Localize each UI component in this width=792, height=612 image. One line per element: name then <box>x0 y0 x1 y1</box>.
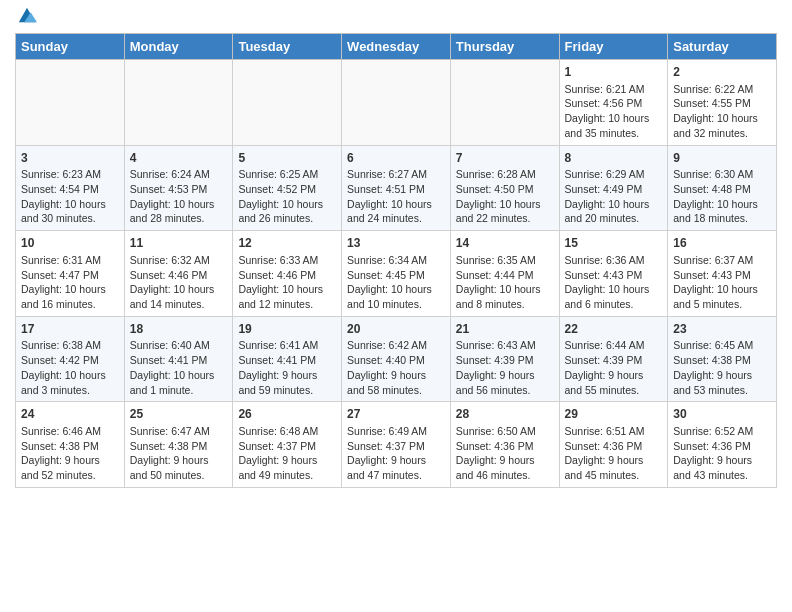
day-info-line: Sunrise: 6:36 AM <box>565 253 663 268</box>
day-number: 17 <box>21 321 119 338</box>
day-number: 19 <box>238 321 336 338</box>
day-number: 23 <box>673 321 771 338</box>
calendar-cell: 13Sunrise: 6:34 AMSunset: 4:45 PMDayligh… <box>342 231 451 317</box>
day-info-line: Sunrise: 6:31 AM <box>21 253 119 268</box>
day-info-line: Sunset: 4:39 PM <box>456 353 554 368</box>
calendar-cell: 26Sunrise: 6:48 AMSunset: 4:37 PMDayligh… <box>233 402 342 488</box>
day-number: 18 <box>130 321 228 338</box>
day-info-line: Daylight: 9 hours and 49 minutes. <box>238 453 336 482</box>
day-info-line: Daylight: 10 hours and 30 minutes. <box>21 197 119 226</box>
calendar-cell: 29Sunrise: 6:51 AMSunset: 4:36 PMDayligh… <box>559 402 668 488</box>
day-info-line: Sunrise: 6:27 AM <box>347 167 445 182</box>
day-info-line: Sunrise: 6:42 AM <box>347 338 445 353</box>
day-info-line: Sunrise: 6:38 AM <box>21 338 119 353</box>
day-info-line: Sunrise: 6:23 AM <box>21 167 119 182</box>
day-number: 27 <box>347 406 445 423</box>
calendar-cell: 6Sunrise: 6:27 AMSunset: 4:51 PMDaylight… <box>342 145 451 231</box>
day-number: 8 <box>565 150 663 167</box>
day-number: 11 <box>130 235 228 252</box>
day-info-line: Sunset: 4:55 PM <box>673 96 771 111</box>
day-info-line: Daylight: 10 hours and 28 minutes. <box>130 197 228 226</box>
day-info-line: Sunrise: 6:52 AM <box>673 424 771 439</box>
day-info-line: Daylight: 10 hours and 14 minutes. <box>130 282 228 311</box>
calendar-cell: 1Sunrise: 6:21 AMSunset: 4:56 PMDaylight… <box>559 60 668 146</box>
day-info-line: Daylight: 10 hours and 16 minutes. <box>21 282 119 311</box>
calendar-cell <box>342 60 451 146</box>
calendar-cell: 8Sunrise: 6:29 AMSunset: 4:49 PMDaylight… <box>559 145 668 231</box>
day-info-line: Sunrise: 6:37 AM <box>673 253 771 268</box>
calendar-cell: 30Sunrise: 6:52 AMSunset: 4:36 PMDayligh… <box>668 402 777 488</box>
day-number: 26 <box>238 406 336 423</box>
calendar-dow-saturday: Saturday <box>668 34 777 60</box>
day-info-line: Sunrise: 6:50 AM <box>456 424 554 439</box>
day-info-line: Sunrise: 6:21 AM <box>565 82 663 97</box>
calendar-cell: 22Sunrise: 6:44 AMSunset: 4:39 PMDayligh… <box>559 316 668 402</box>
calendar-week-1: 1Sunrise: 6:21 AMSunset: 4:56 PMDaylight… <box>16 60 777 146</box>
logo-icon <box>17 5 37 25</box>
day-number: 12 <box>238 235 336 252</box>
day-info-line: Sunset: 4:48 PM <box>673 182 771 197</box>
day-info-line: Sunrise: 6:30 AM <box>673 167 771 182</box>
day-info-line: Daylight: 9 hours and 53 minutes. <box>673 368 771 397</box>
day-info-line: Sunrise: 6:46 AM <box>21 424 119 439</box>
day-info-line: Sunset: 4:43 PM <box>673 268 771 283</box>
day-number: 9 <box>673 150 771 167</box>
day-number: 21 <box>456 321 554 338</box>
calendar-cell: 15Sunrise: 6:36 AMSunset: 4:43 PMDayligh… <box>559 231 668 317</box>
calendar-table: SundayMondayTuesdayWednesdayThursdayFrid… <box>15 33 777 488</box>
calendar-week-5: 24Sunrise: 6:46 AMSunset: 4:38 PMDayligh… <box>16 402 777 488</box>
day-number: 13 <box>347 235 445 252</box>
day-info-line: Sunrise: 6:32 AM <box>130 253 228 268</box>
calendar-cell: 28Sunrise: 6:50 AMSunset: 4:36 PMDayligh… <box>450 402 559 488</box>
day-number: 15 <box>565 235 663 252</box>
day-info-line: Daylight: 10 hours and 35 minutes. <box>565 111 663 140</box>
day-info-line: Daylight: 10 hours and 32 minutes. <box>673 111 771 140</box>
calendar-cell: 23Sunrise: 6:45 AMSunset: 4:38 PMDayligh… <box>668 316 777 402</box>
day-number: 29 <box>565 406 663 423</box>
calendar-cell: 19Sunrise: 6:41 AMSunset: 4:41 PMDayligh… <box>233 316 342 402</box>
day-info-line: Sunset: 4:44 PM <box>456 268 554 283</box>
day-info-line: Sunrise: 6:45 AM <box>673 338 771 353</box>
calendar-cell: 2Sunrise: 6:22 AMSunset: 4:55 PMDaylight… <box>668 60 777 146</box>
day-info-line: Daylight: 9 hours and 55 minutes. <box>565 368 663 397</box>
day-number: 3 <box>21 150 119 167</box>
day-info-line: Sunrise: 6:35 AM <box>456 253 554 268</box>
day-info-line: Sunset: 4:47 PM <box>21 268 119 283</box>
day-info-line: Daylight: 9 hours and 59 minutes. <box>238 368 336 397</box>
calendar-cell <box>124 60 233 146</box>
page-header <box>15 10 777 25</box>
calendar-week-2: 3Sunrise: 6:23 AMSunset: 4:54 PMDaylight… <box>16 145 777 231</box>
day-info-line: Sunrise: 6:34 AM <box>347 253 445 268</box>
calendar-cell: 7Sunrise: 6:28 AMSunset: 4:50 PMDaylight… <box>450 145 559 231</box>
day-info-line: Daylight: 9 hours and 50 minutes. <box>130 453 228 482</box>
calendar-cell <box>16 60 125 146</box>
calendar-dow-wednesday: Wednesday <box>342 34 451 60</box>
day-info-line: Daylight: 10 hours and 8 minutes. <box>456 282 554 311</box>
day-number: 24 <box>21 406 119 423</box>
day-info-line: Sunset: 4:42 PM <box>21 353 119 368</box>
calendar-cell: 20Sunrise: 6:42 AMSunset: 4:40 PMDayligh… <box>342 316 451 402</box>
day-info-line: Sunset: 4:46 PM <box>130 268 228 283</box>
day-info-line: Daylight: 10 hours and 18 minutes. <box>673 197 771 226</box>
day-info-line: Sunrise: 6:48 AM <box>238 424 336 439</box>
day-info-line: Sunrise: 6:24 AM <box>130 167 228 182</box>
day-number: 20 <box>347 321 445 338</box>
day-info-line: Sunset: 4:37 PM <box>347 439 445 454</box>
calendar-cell <box>233 60 342 146</box>
day-info-line: Daylight: 10 hours and 10 minutes. <box>347 282 445 311</box>
day-info-line: Sunset: 4:40 PM <box>347 353 445 368</box>
day-info-line: Sunset: 4:46 PM <box>238 268 336 283</box>
day-info-line: Sunset: 4:53 PM <box>130 182 228 197</box>
day-info-line: Daylight: 9 hours and 47 minutes. <box>347 453 445 482</box>
day-info-line: Sunset: 4:36 PM <box>565 439 663 454</box>
day-info-line: Sunset: 4:56 PM <box>565 96 663 111</box>
calendar-cell: 17Sunrise: 6:38 AMSunset: 4:42 PMDayligh… <box>16 316 125 402</box>
day-info-line: Sunset: 4:41 PM <box>130 353 228 368</box>
calendar-cell: 16Sunrise: 6:37 AMSunset: 4:43 PMDayligh… <box>668 231 777 317</box>
calendar-cell: 12Sunrise: 6:33 AMSunset: 4:46 PMDayligh… <box>233 231 342 317</box>
day-info-line: Sunrise: 6:29 AM <box>565 167 663 182</box>
day-number: 7 <box>456 150 554 167</box>
day-number: 30 <box>673 406 771 423</box>
day-info-line: Sunrise: 6:28 AM <box>456 167 554 182</box>
day-info-line: Sunset: 4:38 PM <box>21 439 119 454</box>
